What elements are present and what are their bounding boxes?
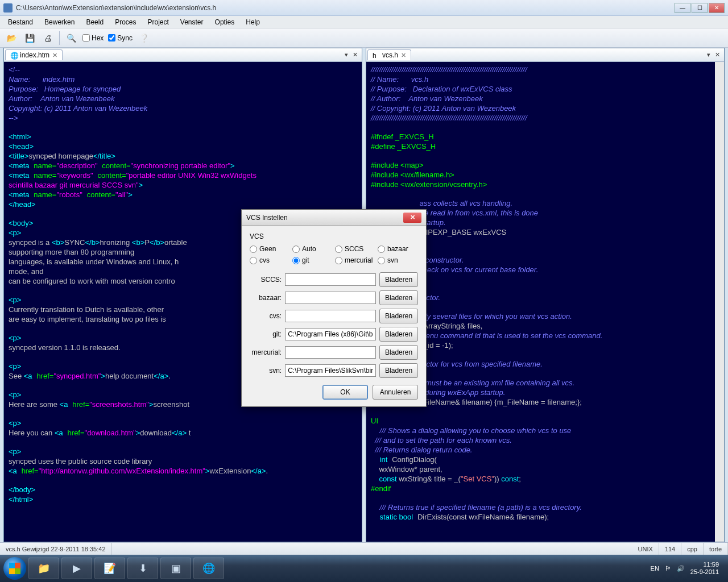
radio-cvs[interactable]: cvs — [250, 256, 290, 264]
chrome-icon: 🌐 — [10, 52, 17, 59]
radio-git[interactable]: git — [292, 256, 333, 264]
minimize-button[interactable]: — — [675, 3, 690, 13]
app-icon — [3, 3, 13, 13]
start-button[interactable] — [3, 557, 26, 580]
menu-beeld[interactable]: Beeld — [80, 17, 109, 27]
window-titlebar: C:\Users\Anton\wxExtension\extension\inc… — [0, 0, 728, 16]
window-title: C:\Users\Anton\wxExtension\extension\inc… — [16, 4, 675, 12]
dialog-close-button[interactable]: ✕ — [403, 213, 421, 223]
browse-button[interactable]: Bladeren — [379, 272, 418, 287]
browse-button[interactable]: Bladeren — [379, 327, 418, 342]
tab-close-icon[interactable]: ✕ — [52, 52, 57, 59]
save-icon[interactable]: 💾 — [23, 31, 36, 45]
status-file: vcs.h Gewijzigd 22-9-2011 18:35:42 — [0, 543, 112, 555]
maximize-button[interactable]: ☐ — [692, 3, 708, 13]
tab-label: vcs.h — [382, 51, 398, 59]
dialog-titlebar[interactable]: VCS Instellen ✕ — [242, 210, 426, 226]
tab-row-left: 🌐 index.htm ✕ ▾ ✕ — [4, 48, 362, 62]
system-tray[interactable]: EN 🏳 🔊 11:59 25-9-2011 — [651, 561, 725, 576]
path-input-sccs[interactable] — [285, 273, 376, 286]
windows-taskbar: 📁 ▶ 📝 ⬇ ▣ 🌐 EN 🏳 🔊 11:59 25-9-2011 — [0, 555, 728, 582]
status-theme: torte — [704, 543, 728, 555]
toolbar-separator — [59, 31, 60, 45]
menu-bestand[interactable]: Bestand — [2, 17, 39, 27]
tray-lang[interactable]: EN — [651, 565, 659, 572]
browse-button[interactable]: Bladeren — [379, 345, 418, 360]
status-lang: cpp — [681, 543, 704, 555]
radio-bazaar[interactable]: bazaar — [378, 245, 418, 253]
tab-vcs-h[interactable]: h vcs.h ✕ — [367, 49, 411, 60]
menu-project[interactable]: Project — [142, 17, 174, 27]
vcs-settings-dialog: VCS Instellen ✕ VCS Geen Auto SCCS bazaa… — [241, 209, 427, 407]
path-input-mercurial[interactable] — [285, 346, 376, 359]
status-format: UNIX — [632, 543, 659, 555]
path-label: svn: — [250, 367, 282, 375]
dialog-title: VCS Instellen — [246, 214, 288, 222]
toolbar: 📂 💾 🖨 🔍 Hex Sync ❔ — [0, 28, 728, 48]
path-row-mercurial: mercurial: Bladeren — [250, 345, 418, 360]
path-label: bazaar: — [250, 294, 282, 302]
radio-geen[interactable]: Geen — [250, 245, 290, 253]
path-row-cvs: cvs: Bladeren — [250, 309, 418, 323]
path-input-svn[interactable] — [285, 364, 376, 377]
path-input-git[interactable] — [285, 328, 376, 340]
vcs-radio-group: Geen Auto SCCS bazaar cvs git mercurial … — [250, 245, 418, 264]
hex-checkbox[interactable]: Hex — [82, 34, 104, 42]
cancel-button[interactable]: Annuleren — [373, 385, 418, 400]
pane-close-icon[interactable]: ✕ — [713, 51, 722, 59]
status-line: 114 — [659, 543, 681, 555]
taskbar-app-icon[interactable]: ⬇ — [127, 558, 158, 579]
search-icon[interactable]: 🔍 — [64, 31, 78, 45]
menu-venster[interactable]: Venster — [175, 17, 209, 27]
path-row-git: git: Bladeren — [250, 327, 418, 342]
sync-checkbox[interactable]: Sync — [108, 34, 133, 42]
scrollbar-vertical[interactable] — [715, 62, 724, 542]
path-label: cvs: — [250, 312, 282, 320]
path-row-svn: svn: Bladeren — [250, 363, 418, 378]
ok-button[interactable]: OK — [322, 385, 368, 400]
menu-proces[interactable]: Proces — [109, 17, 142, 27]
browse-button[interactable]: Bladeren — [379, 363, 418, 378]
path-label: git: — [250, 330, 282, 338]
browse-button[interactable]: Bladeren — [379, 309, 418, 323]
menu-help[interactable]: Help — [240, 17, 266, 27]
print-icon[interactable]: 🖨 — [41, 31, 55, 45]
vcs-group-label: VCS — [250, 232, 418, 240]
pane-dropdown-icon[interactable]: ▾ — [343, 51, 350, 59]
radio-sccs[interactable]: SCCS — [335, 245, 375, 253]
tab-label: index.htm — [20, 51, 49, 59]
menu-opties[interactable]: Opties — [209, 17, 241, 27]
tab-close-icon[interactable]: ✕ — [401, 52, 406, 59]
tab-index-htm[interactable]: 🌐 index.htm ✕ — [5, 49, 63, 60]
taskbar-chrome-icon[interactable]: 🌐 — [193, 558, 224, 579]
path-input-cvs[interactable] — [285, 310, 376, 322]
taskbar-explorer-icon[interactable]: 📁 — [28, 558, 59, 579]
radio-mercurial[interactable]: mercurial — [335, 256, 375, 264]
path-row-bazaar: bazaar: Bladeren — [250, 290, 418, 305]
statusbar: vcs.h Gewijzigd 22-9-2011 18:35:42 UNIX … — [0, 542, 728, 555]
taskbar-notepad-icon[interactable]: 📝 — [94, 558, 125, 579]
path-row-sccs: SCCS: Bladeren — [250, 272, 418, 287]
tab-row-right: h vcs.h ✕ ▾ ✕ — [366, 48, 724, 62]
help-icon[interactable]: ❔ — [137, 31, 151, 45]
path-label: SCCS: — [250, 276, 282, 284]
taskbar-cmd-icon[interactable]: ▣ — [160, 558, 191, 579]
header-file-icon: h — [373, 52, 379, 59]
pane-dropdown-icon[interactable]: ▾ — [705, 51, 712, 59]
menu-bewerken[interactable]: Bewerken — [39, 17, 80, 27]
path-label: mercurial: — [250, 348, 282, 356]
open-icon[interactable]: 📂 — [5, 31, 18, 45]
tray-volume-icon[interactable]: 🔊 — [677, 565, 685, 572]
path-input-bazaar[interactable] — [285, 292, 376, 304]
radio-svn[interactable]: svn — [378, 256, 418, 264]
browse-button[interactable]: Bladeren — [379, 290, 418, 305]
tray-flag-icon[interactable]: 🏳 — [665, 565, 671, 572]
menubar: Bestand Bewerken Beeld Proces Project Ve… — [0, 16, 728, 28]
taskbar-mediaplayer-icon[interactable]: ▶ — [61, 558, 92, 579]
close-button[interactable]: ✕ — [709, 3, 725, 13]
tray-clock[interactable]: 11:59 25-9-2011 — [690, 561, 719, 576]
pane-close-icon[interactable]: ✕ — [351, 51, 359, 59]
radio-auto[interactable]: Auto — [292, 245, 333, 253]
